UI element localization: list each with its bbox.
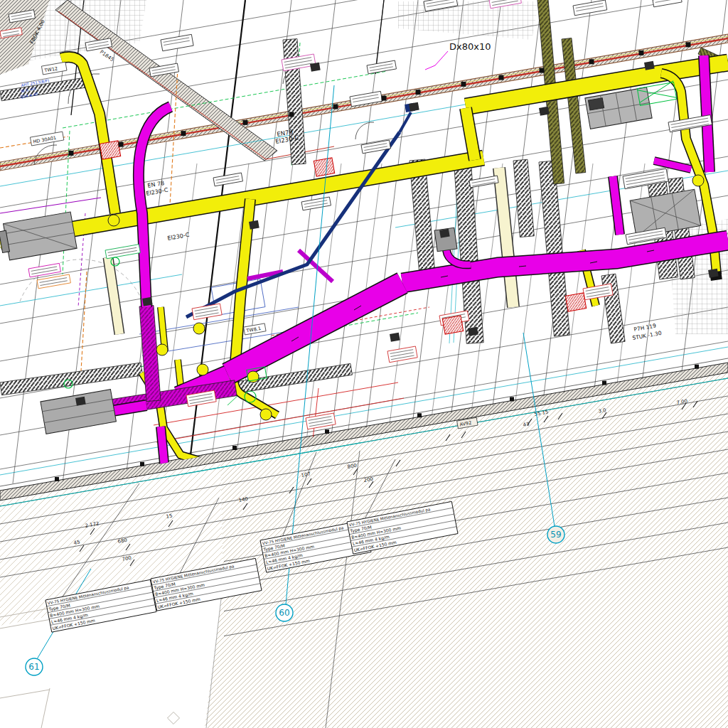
svg-text:60: 60 (279, 608, 289, 618)
svg-text:45: 45 (73, 540, 80, 546)
hvac-floor-plan: Dx80x10 EN79 EI230-C EN 78 EI230-C EI230… (0, 0, 728, 728)
grid-bubble-60: 60 (276, 604, 293, 621)
svg-text:61: 61 (28, 662, 39, 672)
grid-bubble-61: 61 (26, 658, 43, 675)
duct-size-label: Dx80x10 (449, 41, 491, 52)
plan-canvas: Dx80x10 EN79 EI230-C EN 78 EI230-C EI230… (0, 0, 728, 728)
grid-bubble-59: 59 (547, 526, 564, 543)
svg-text:15: 15 (166, 513, 173, 520)
svg-text:43: 43 (523, 422, 530, 428)
svg-text:59: 59 (550, 530, 561, 540)
